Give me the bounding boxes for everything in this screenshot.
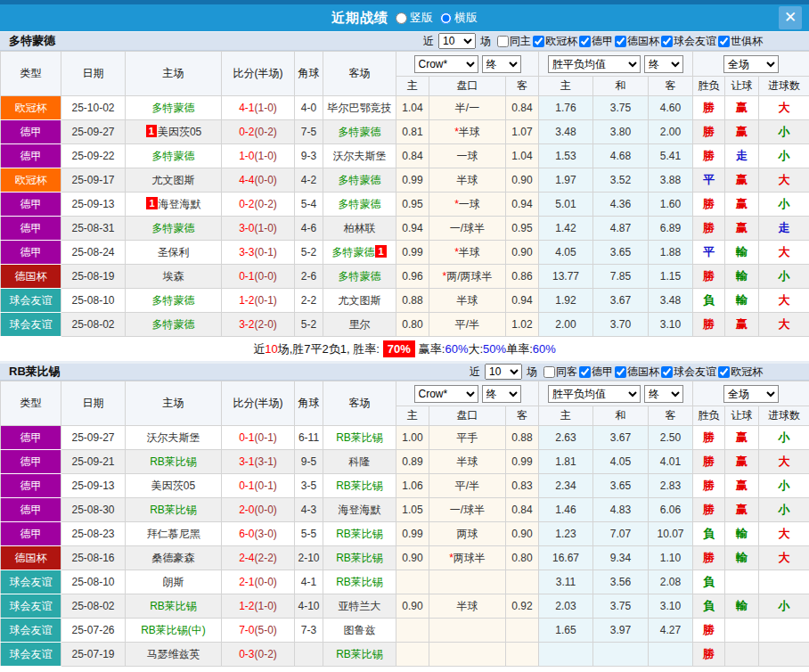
away-team: 里尔 <box>323 313 396 337</box>
avg-home-odds: 2.63 <box>539 426 593 450</box>
handicap-line: 半球 <box>429 450 506 474</box>
competition-filter[interactable]: 球会友谊 <box>659 34 716 49</box>
match-row: 球会友谊25-08-10多特蒙德1-2(0-1)2-2尤文图斯0.88半球0.9… <box>1 289 809 313</box>
competition-filter[interactable]: 球会友谊 <box>659 365 716 380</box>
result-goals: 小 <box>759 144 809 168</box>
handicap-line: *两球半 <box>429 546 506 570</box>
fulltime-score: 4-4 <box>239 174 254 186</box>
competition-checkbox[interactable] <box>661 366 673 378</box>
odds-company-select[interactable]: Crow* <box>414 385 478 403</box>
avg-away-odds: 2.08 <box>649 570 693 594</box>
home-team-name: 沃尔夫斯堡 <box>147 431 200 444</box>
odds-home <box>396 619 429 643</box>
sub-column-header-2: 客 <box>506 77 539 96</box>
odds-away: 0.90 <box>506 241 539 265</box>
avg-home-odds: 2.03 <box>539 594 593 619</box>
fulltime-score: 2-4 <box>239 552 254 564</box>
competition-filter[interactable]: 德国杯 <box>613 34 659 49</box>
competition-checkbox[interactable] <box>615 36 626 47</box>
recent-results-window: 近期战绩 竖版 横版 ✕ 多特蒙德近10场同主欧冠杯德甲德国杯球会友谊世俱杯类型… <box>0 0 809 672</box>
avg-stage-select[interactable]: 终 <box>644 55 683 73</box>
avg-home-odds: 5.01 <box>539 193 593 217</box>
games-label: 场 <box>480 34 491 49</box>
odds-away: 0.94 <box>506 289 539 313</box>
avg-draw-odds: 3.65 <box>593 474 649 498</box>
odds-stage-select[interactable]: 终 <box>482 385 521 403</box>
same-side-filter[interactable]: 同客 <box>540 365 577 380</box>
competition-checkbox[interactable] <box>718 366 730 378</box>
away-team-name: 柏林联 <box>344 222 376 234</box>
avg-away-odds: 2.50 <box>649 426 693 450</box>
competition-filter[interactable]: 德甲 <box>577 34 613 49</box>
avg-type-select[interactable]: 胜平负均值 <box>548 55 641 73</box>
recent-count-select[interactable]: 10 <box>485 364 522 380</box>
away-team: 多特蒙德 <box>323 193 396 217</box>
odds-away: 0.99 <box>506 450 539 474</box>
odds-away: 0.94 <box>506 193 539 217</box>
odds-home: 0.84 <box>396 144 429 168</box>
halftime-score: (0-2) <box>255 648 277 660</box>
away-team: 多特蒙德 <box>323 168 396 193</box>
result-handicap: 輸 <box>725 241 759 265</box>
same-side-checkbox[interactable] <box>497 36 509 47</box>
close-icon: ✕ <box>784 9 797 26</box>
match-date: 25-10-02 <box>61 96 126 120</box>
sections-container: 多特蒙德近10场同主欧冠杯德甲德国杯球会友谊世俱杯类型日期主场比分(半场)角球客… <box>0 31 809 667</box>
odds-company-select[interactable]: Crow* <box>414 55 478 73</box>
competition-filter[interactable]: 德国杯 <box>613 365 659 380</box>
result-handicap: 赢 <box>725 193 759 217</box>
home-team-name: 多特蒙德 <box>152 294 195 307</box>
league-badge: 德甲 <box>1 426 61 450</box>
layout-horizontal-radio[interactable] <box>440 12 452 24</box>
odds-home: 1.00 <box>396 426 429 450</box>
competition-filter[interactable]: 德甲 <box>577 365 613 380</box>
competition-checkbox[interactable] <box>579 36 591 47</box>
competition-checkbox[interactable] <box>579 366 591 378</box>
match-score: 0-2(0-2) <box>222 193 295 217</box>
odds-stage-select[interactable]: 终 <box>482 55 521 73</box>
column-header-1: 日期 <box>61 381 126 426</box>
layout-vertical-radio[interactable] <box>396 12 407 24</box>
home-team-name: 拜仁慕尼黑 <box>147 528 200 540</box>
result-goals: 大 <box>759 168 809 193</box>
result-goals <box>759 570 809 594</box>
same-side-filter[interactable]: 同主 <box>494 34 531 49</box>
competition-checkbox[interactable] <box>533 36 544 47</box>
team-section: 多特蒙德近10场同主欧冠杯德甲德国杯球会友谊世俱杯类型日期主场比分(半场)角球客… <box>0 31 809 361</box>
avg-home-odds: 1.92 <box>539 289 593 313</box>
competition-filter[interactable]: 欧冠杯 <box>531 34 577 49</box>
handicap-text: 一球 <box>457 150 478 162</box>
recent-count-select[interactable]: 10 <box>438 33 476 49</box>
same-side-checkbox[interactable] <box>543 366 555 378</box>
competition-filter[interactable]: 世俱杯 <box>716 34 763 49</box>
competition-label: 德甲 <box>592 365 613 380</box>
competition-checkbox[interactable] <box>718 36 730 47</box>
avg-type-select[interactable]: 胜平负均值 <box>548 385 641 403</box>
competition-filter[interactable]: 欧冠杯 <box>716 365 763 380</box>
away-team: RB莱比锡 <box>323 522 396 546</box>
away-team: 亚特兰大 <box>323 594 396 619</box>
layout-horizontal-option[interactable]: 横版 <box>440 10 478 26</box>
games-label: 场 <box>527 365 537 380</box>
layout-vertical-option[interactable]: 竖版 <box>396 10 433 26</box>
table-body: 德甲25-09-27沃尔夫斯堡0-1(0-1)6-11RB莱比锡1.00平手0.… <box>1 426 809 667</box>
avg-stage-select[interactable]: 终 <box>644 385 683 403</box>
match-date: 25-07-26 <box>61 619 126 643</box>
odds-away: 0.90 <box>506 168 539 193</box>
result-win-draw-loss: 勝 <box>693 120 725 144</box>
avg-home-odds: 1.53 <box>539 144 593 168</box>
scope-select[interactable]: 全场 <box>723 385 779 403</box>
competition-checkbox[interactable] <box>615 366 626 378</box>
away-team: 多特蒙德 <box>323 265 396 289</box>
result-win-draw-loss: 勝 <box>693 498 725 522</box>
away-team: 科隆 <box>323 450 396 474</box>
odds-home: 0.90 <box>396 546 429 570</box>
result-win-draw-loss: 負 <box>693 289 725 313</box>
close-button[interactable]: ✕ <box>779 6 802 29</box>
sub-column-header-3: 主 <box>539 77 593 96</box>
competition-checkbox[interactable] <box>661 36 673 47</box>
red-card-badge: 1 <box>146 125 157 137</box>
fulltime-score: 0-2 <box>239 198 254 210</box>
scope-select[interactable]: 全场 <box>723 55 779 73</box>
match-score: 2-1(0-0) <box>222 570 295 594</box>
